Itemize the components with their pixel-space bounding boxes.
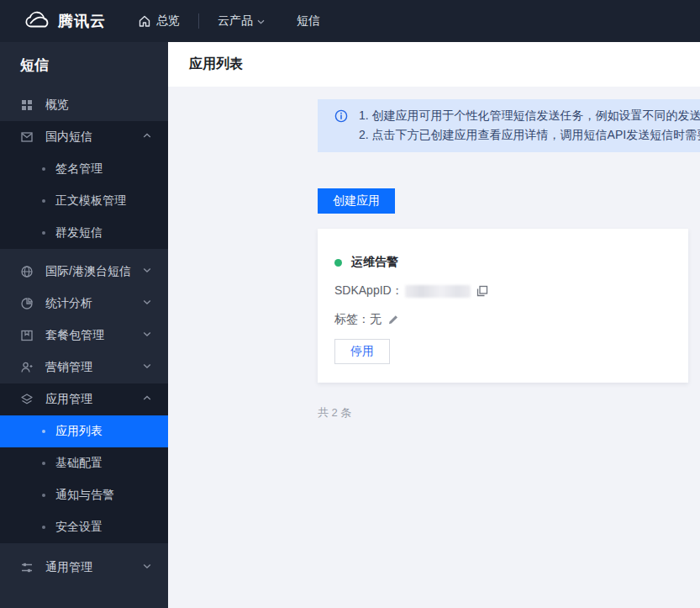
- sidebar-item-international-sms[interactable]: 国际/港澳台短信: [0, 256, 168, 288]
- sidebar-item-application-management[interactable]: 应用管理: [0, 383, 168, 415]
- nav-item-cloud-products[interactable]: 云产品: [218, 13, 265, 29]
- nav-item-sms[interactable]: 短信: [297, 13, 320, 29]
- sidebar-item-notification-alerts[interactable]: 通知与告警: [0, 479, 168, 511]
- copy-icon[interactable]: [476, 285, 488, 297]
- notice-line-2: 2. 点击下方已创建应用查看应用详情，调用短信API发送短信时需要使用SDK: [359, 125, 700, 145]
- sdkappid-value-redacted: [405, 285, 471, 298]
- grid-icon: [20, 98, 34, 112]
- sidebar: 短信 概览 国内短信: [0, 42, 168, 608]
- sidebar-group-application-management: 应用管理 应用列表 基础配置 通知与告警 安全设置: [0, 383, 168, 543]
- bullet-dot: [42, 167, 45, 171]
- pie-chart-icon: [20, 297, 34, 310]
- chevron-down-icon: [143, 331, 151, 337]
- chevron-down-icon: [143, 363, 151, 369]
- status-dot: [334, 259, 342, 267]
- sdkappid-label: SDKAppID：: [334, 283, 403, 299]
- top-navigation: 总览 云产品 短信: [138, 13, 320, 29]
- sidebar-title: 短信: [0, 42, 168, 89]
- layers-icon: [20, 393, 34, 406]
- home-icon: [138, 14, 151, 28]
- bullet-dot: [42, 462, 45, 465]
- page-header: 应用列表: [168, 42, 700, 87]
- sidebar-item-body-template-management[interactable]: 正文模板管理: [0, 185, 168, 217]
- nav-item-overview[interactable]: 总览: [138, 13, 180, 29]
- bullet-dot: [42, 494, 45, 497]
- globe-icon: [20, 265, 34, 278]
- brand-name: 腾讯云: [58, 11, 106, 31]
- sidebar-item-marketing-management[interactable]: 营销管理: [0, 352, 168, 383]
- sidebar-item-overview[interactable]: 概览: [0, 89, 168, 121]
- sidebar-item-general-management[interactable]: 通用管理: [0, 552, 168, 584]
- main-area: 应用列表 1. 创建应用可用于个性化管理短信发送任务，例如设置不同的发送频率和发…: [168, 42, 700, 608]
- cloud-logo-icon: [24, 11, 50, 31]
- tag-row: 标签： 无: [334, 312, 671, 327]
- tencent-cloud-logo[interactable]: 腾讯云: [24, 11, 106, 31]
- chevron-down-icon: [257, 19, 265, 24]
- disable-button[interactable]: 停用: [334, 339, 390, 364]
- notice-text: 1. 创建应用可用于个性化管理短信发送任务，例如设置不同的发送频率和发送 2. …: [359, 106, 700, 145]
- app-card[interactable]: 运维告警 SDKAppID： 标签： 无: [318, 229, 688, 383]
- nav-divider: [198, 13, 199, 29]
- tag-label: 标签：: [334, 312, 370, 327]
- total-count: 共 2 条: [318, 405, 700, 420]
- bullet-dot: [42, 526, 45, 529]
- bullet-dot: [42, 199, 45, 203]
- info-icon: [334, 109, 348, 123]
- sidebar-item-application-list[interactable]: 应用列表: [0, 415, 168, 447]
- sidebar-group-domestic-sms: 国内短信 签名管理 正文模板管理 群发短信: [0, 121, 168, 249]
- edit-pencil-icon[interactable]: [387, 314, 399, 325]
- sidebar-item-bulk-sms[interactable]: 群发短信: [0, 217, 168, 249]
- create-app-button[interactable]: 创建应用: [318, 188, 395, 214]
- topbar: 腾讯云 总览 云产品 短信: [0, 0, 700, 42]
- sidebar-item-package-management[interactable]: 套餐包管理: [0, 320, 168, 352]
- chevron-down-icon: [143, 299, 151, 305]
- tag-value: 无: [370, 312, 382, 327]
- chevron-up-icon: [143, 395, 151, 401]
- bullet-dot: [42, 231, 45, 235]
- sidebar-group-overview: 概览: [0, 89, 168, 121]
- content-area: 1. 创建应用可用于个性化管理短信发送任务，例如设置不同的发送频率和发送 2. …: [168, 87, 700, 608]
- sdkappid-row: SDKAppID：: [334, 283, 671, 299]
- sidebar-item-statistics-analysis[interactable]: 统计分析: [0, 288, 168, 320]
- sidebar-item-domestic-sms[interactable]: 国内短信: [0, 121, 168, 153]
- page-title: 应用列表: [189, 56, 243, 73]
- sidebar-item-signature-management[interactable]: 签名管理: [0, 153, 168, 185]
- sidebar-item-security-settings[interactable]: 安全设置: [0, 511, 168, 543]
- sliders-icon: [20, 561, 34, 574]
- person-icon: [20, 361, 34, 374]
- info-banner: 1. 创建应用可用于个性化管理短信发送任务，例如设置不同的发送频率和发送 2. …: [318, 99, 700, 152]
- bullet-dot: [42, 430, 45, 433]
- notice-line-1: 1. 创建应用可用于个性化管理短信发送任务，例如设置不同的发送频率和发送: [359, 106, 700, 125]
- sidebar-group-general: 通用管理: [0, 543, 168, 584]
- app-card-header: 运维告警: [334, 255, 671, 270]
- mail-icon: [20, 130, 34, 144]
- package-icon: [20, 329, 34, 342]
- chevron-up-icon: [143, 133, 151, 139]
- chevron-down-icon: [143, 563, 151, 569]
- sidebar-group-collapsed: 国际/港澳台短信 统计分析: [0, 249, 168, 383]
- app-name: 运维告警: [351, 255, 398, 270]
- chevron-down-icon: [143, 267, 151, 273]
- sidebar-item-basic-configuration[interactable]: 基础配置: [0, 447, 168, 479]
